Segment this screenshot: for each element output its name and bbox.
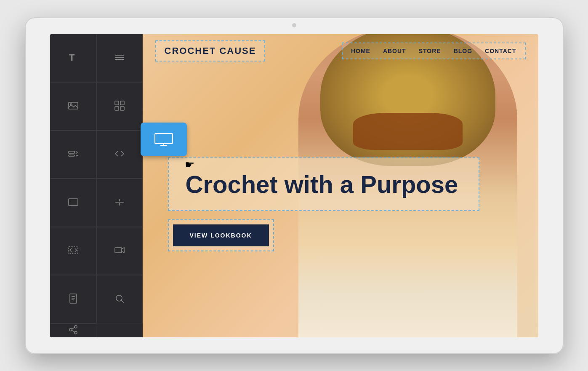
- svg-rect-6: [115, 101, 119, 105]
- search-icon: [114, 293, 125, 306]
- cursor-hand: ☛: [185, 158, 194, 171]
- woman-glasses: [353, 113, 463, 150]
- divider-icon: [114, 196, 125, 209]
- svg-rect-10: [69, 151, 74, 153]
- tool-image[interactable]: [50, 82, 96, 131]
- website-preview: CROCHET CAUSE HOME ABOUT STORE BLOG CONT…: [143, 34, 538, 337]
- left-panel: T: [50, 34, 143, 337]
- svg-rect-12: [69, 199, 78, 206]
- widget-popup[interactable]: [141, 123, 187, 156]
- tool-video[interactable]: [96, 227, 143, 275]
- tool-document[interactable]: [50, 275, 96, 323]
- hero-heading: Crochet with a Purpose: [186, 171, 462, 198]
- site-header: CROCHET CAUSE HOME ABOUT STORE BLOG CONT…: [143, 34, 538, 68]
- tool-section[interactable]: [50, 179, 96, 227]
- site-nav: HOME ABOUT STORE BLOG CONTACT: [342, 43, 526, 59]
- embed-icon: [67, 244, 79, 257]
- svg-rect-7: [120, 101, 124, 105]
- screen-widget-icon: [154, 133, 173, 146]
- code-icon: [114, 148, 125, 161]
- device-screen: T: [50, 34, 538, 337]
- svg-rect-17: [115, 248, 122, 253]
- svg-rect-18: [70, 294, 77, 303]
- cta-button[interactable]: VIEW LOOKBOOK: [173, 224, 269, 246]
- tool-code[interactable]: [96, 131, 143, 179]
- svg-point-25: [69, 328, 72, 331]
- tool-divider[interactable]: [96, 179, 143, 227]
- nav-blog[interactable]: BLOG: [454, 48, 472, 54]
- tool-text[interactable]: T: [50, 34, 96, 83]
- logo-container: CROCHET CAUSE: [155, 40, 266, 61]
- nav-home[interactable]: HOME: [351, 48, 370, 54]
- svg-point-24: [74, 326, 77, 328]
- nav-contact[interactable]: CONTACT: [485, 48, 516, 54]
- nav-list: HOME ABOUT STORE BLOG CONTACT: [351, 48, 516, 54]
- form-icon: [67, 148, 79, 161]
- svg-rect-29: [155, 133, 173, 144]
- svg-rect-11: [69, 155, 74, 156]
- nav-about[interactable]: ABOUT: [383, 48, 406, 54]
- device-frame: T: [25, 17, 564, 354]
- site-logo: CROCHET CAUSE: [165, 45, 256, 56]
- grid-icon: [114, 100, 125, 113]
- share-icon: [67, 324, 79, 337]
- hero-button-selection: VIEW LOOKBOOK: [168, 219, 274, 251]
- svg-point-26: [74, 331, 77, 334]
- tool-menu[interactable]: [96, 34, 143, 83]
- tool-share[interactable]: [50, 323, 96, 337]
- nav-store[interactable]: STORE: [419, 48, 441, 54]
- svg-rect-8: [115, 107, 119, 110]
- svg-line-27: [72, 330, 74, 332]
- tool-grid[interactable]: [96, 82, 143, 131]
- section-icon: [67, 196, 79, 209]
- device-camera: [292, 23, 296, 27]
- tool-form[interactable]: [50, 131, 96, 179]
- svg-line-23: [121, 300, 124, 303]
- tool-search[interactable]: [96, 275, 143, 323]
- hero-text-selection: Crochet with a Purpose: [168, 157, 479, 211]
- svg-point-22: [116, 295, 122, 301]
- svg-line-28: [72, 327, 74, 329]
- video-icon: [114, 244, 125, 257]
- document-icon: [67, 293, 79, 306]
- image-icon: [67, 100, 79, 113]
- svg-rect-9: [120, 107, 124, 110]
- text-icon: T: [67, 51, 79, 64]
- tool-embed[interactable]: [50, 227, 96, 275]
- menu-icon: [114, 51, 125, 64]
- svg-text:T: T: [69, 52, 75, 63]
- hero-content: Crochet with a Purpose VIEW LOOKBOOK: [168, 157, 479, 251]
